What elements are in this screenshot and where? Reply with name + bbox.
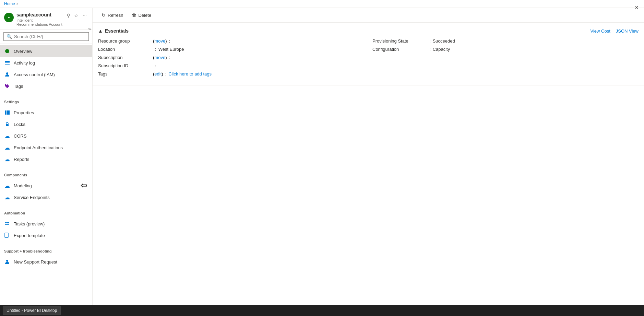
- breadcrumb-separator: ›: [16, 1, 18, 6]
- sidebar-item-label-properties: Properties: [14, 110, 34, 115]
- subscription-id-colon: :: [155, 63, 156, 68]
- svg-point-9: [7, 222, 8, 223]
- svg-point-12: [6, 260, 8, 262]
- tags-edit-link[interactable]: edit: [154, 71, 162, 77]
- sidebar-item-overview[interactable]: Overview: [0, 45, 92, 57]
- sidebar-item-locks[interactable]: Locks: [0, 118, 92, 130]
- sidebar-item-new-support[interactable]: New Support Request: [0, 256, 92, 268]
- account-header: ● sampleaccount Intelligent Recommendati…: [0, 8, 92, 30]
- content-area: ↻ Refresh 🗑 Delete ▲ Essentials View Cos…: [93, 8, 644, 316]
- tags-link-close: ): [162, 71, 163, 77]
- provisioning-state-row: Provisioning State : Succeeded: [372, 38, 639, 47]
- sidebar-item-tags[interactable]: Tags: [0, 80, 92, 92]
- tags-add-link[interactable]: Click here to add tags: [168, 71, 212, 77]
- nav-section-support: New Support Request: [0, 255, 92, 269]
- svg-rect-1: [5, 62, 10, 63]
- location-value: West Europe: [158, 47, 184, 52]
- delete-button[interactable]: 🗑 Delete: [128, 11, 155, 20]
- overview-icon: [4, 48, 10, 54]
- new-support-icon: [4, 259, 10, 265]
- sidebar-item-tasks[interactable]: Tasks (preview): [0, 218, 92, 230]
- sidebar-item-label-overview: Overview: [14, 49, 32, 54]
- svg-point-10: [8, 222, 9, 223]
- svg-rect-5: [7, 110, 8, 115]
- sidebar-item-access-control[interactable]: Access control (IAM): [0, 69, 92, 80]
- support-divider: [4, 244, 88, 244]
- sidebar-item-modeling[interactable]: ☁ Modeling ⇦: [0, 180, 92, 191]
- taskbar: Untitled - Power BI Desktop: [0, 305, 644, 316]
- search-input[interactable]: [14, 34, 86, 39]
- settings-divider: [4, 95, 88, 95]
- essentials-header: ▲ Essentials View Cost JSON View: [98, 28, 639, 34]
- sidebar-item-properties[interactable]: Properties: [0, 107, 92, 118]
- cors-icon: ☁: [4, 133, 10, 139]
- sidebar-item-label-cors: CORS: [14, 133, 27, 139]
- essentials-grid: Resource group ( move ) : Location : Wes…: [98, 38, 639, 80]
- svg-rect-7: [6, 124, 9, 126]
- svg-point-3: [6, 72, 8, 74]
- account-subtitle: Intelligent Recommendations Account: [16, 18, 62, 26]
- taskbar-item-label-powerbi: Untitled - Power BI Desktop: [7, 308, 57, 313]
- search-container: 🔍: [0, 30, 92, 44]
- sidebar-item-service-endpoints[interactable]: ☁ Service Endpoints: [0, 191, 92, 203]
- sidebar-item-label-activity-log: Activity log: [14, 60, 35, 66]
- delete-icon: 🗑: [132, 12, 136, 18]
- collapse-sidebar-button[interactable]: «: [88, 26, 91, 31]
- sidebar-item-export-template[interactable]: Export template: [0, 230, 92, 241]
- sidebar-item-activity-log[interactable]: Activity log: [0, 57, 92, 69]
- essentials-chevron-icon[interactable]: ▲: [98, 28, 103, 34]
- svg-rect-4: [5, 110, 6, 115]
- tags-icon: [4, 83, 10, 89]
- sidebar-item-label-service-endpoints: Service Endpoints: [14, 195, 50, 200]
- nav-section-automation: Tasks (preview) Export template: [0, 216, 92, 243]
- resource-group-move-link[interactable]: move: [154, 38, 165, 44]
- activity-log-icon: [4, 60, 10, 66]
- tags-label: Tags: [98, 71, 153, 77]
- configuration-colon: :: [429, 47, 431, 52]
- svg-rect-6: [8, 110, 10, 115]
- sidebar-item-label-access-control: Access control (IAM): [14, 72, 55, 77]
- subscription-move-link[interactable]: move: [154, 55, 165, 60]
- account-name: sampleaccount: [16, 12, 62, 17]
- sidebar-item-cors[interactable]: ☁ CORS: [0, 130, 92, 142]
- svg-rect-2: [5, 64, 10, 65]
- sidebar: ● sampleaccount Intelligent Recommendati…: [0, 8, 93, 316]
- provisioning-state-value: Succeeded: [433, 38, 455, 44]
- subscription-link-close: ): [165, 55, 167, 60]
- tasks-icon: [4, 221, 10, 227]
- breadcrumb: Home ›: [0, 0, 644, 8]
- nav-section-main: Overview Activity log Access control (IA…: [0, 44, 92, 93]
- essentials-actions: View Cost JSON View: [590, 28, 639, 34]
- provisioning-state-colon: :: [429, 38, 431, 44]
- pin-button[interactable]: ⚲: [65, 12, 71, 19]
- sidebar-item-label-export-template: Export template: [14, 233, 45, 238]
- subscription-label: Subscription: [98, 55, 153, 60]
- more-button[interactable]: ···: [81, 12, 88, 19]
- export-template-icon: [4, 232, 10, 238]
- nav-section-settings: Properties Locks ☁ CORS ☁ Endpoint Authe…: [0, 105, 92, 166]
- sidebar-item-label-reports: Reports: [14, 157, 29, 162]
- support-section-label: Support + troubleshooting: [0, 246, 92, 255]
- json-view-link[interactable]: JSON View: [616, 28, 639, 34]
- refresh-label: Refresh: [108, 13, 123, 18]
- favorite-button[interactable]: ☆: [73, 12, 80, 19]
- sidebar-item-endpoint-auth[interactable]: ☁ Endpoint Authentications: [0, 142, 92, 153]
- svg-rect-0: [5, 61, 10, 62]
- subscription-id-row: Subscription ID :: [98, 63, 364, 71]
- sidebar-item-reports[interactable]: ☁ Reports: [0, 153, 92, 165]
- account-actions: ⚲ ☆ ···: [65, 12, 88, 19]
- essentials-title-text: Essentials: [105, 28, 129, 34]
- resource-group-link-close: ): [165, 38, 167, 44]
- toolbar: ↻ Refresh 🗑 Delete: [93, 8, 644, 23]
- properties-icon: [4, 109, 10, 116]
- configuration-label: Configuration: [372, 47, 427, 52]
- resource-group-row: Resource group ( move ) :: [98, 38, 364, 47]
- refresh-button[interactable]: ↻ Refresh: [98, 11, 127, 20]
- taskbar-item-powerbi[interactable]: Untitled - Power BI Desktop: [3, 306, 61, 315]
- close-button[interactable]: ×: [635, 4, 639, 11]
- settings-section-label: Settings: [0, 96, 92, 105]
- delete-label: Delete: [139, 13, 152, 18]
- view-cost-link[interactable]: View Cost: [590, 28, 610, 34]
- automation-section-label: Automation: [0, 208, 92, 216]
- breadcrumb-home[interactable]: Home: [4, 1, 15, 6]
